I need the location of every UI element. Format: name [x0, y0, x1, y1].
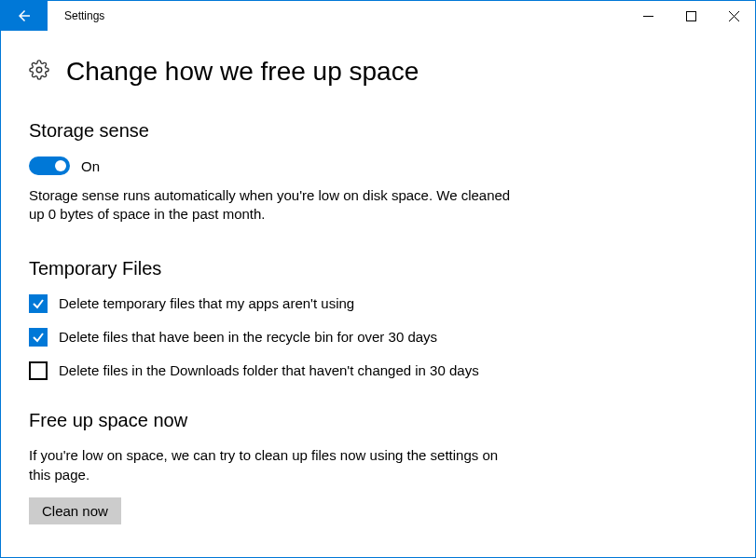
minimize-button[interactable]: [626, 1, 669, 31]
storage-sense-toggle-label: On: [81, 158, 100, 174]
free-up-description: If you're low on space, we can try to cl…: [29, 446, 514, 484]
back-arrow-icon: [16, 7, 33, 24]
back-button[interactable]: [1, 1, 48, 31]
maximize-button[interactable]: [669, 1, 712, 31]
close-icon: [729, 11, 739, 21]
toggle-knob: [55, 160, 66, 171]
checkbox-label[interactable]: Delete files that have been in the recyc…: [59, 328, 437, 347]
checkbox-label[interactable]: Delete temporary files that my apps aren…: [59, 294, 354, 313]
window-title: Settings: [64, 9, 104, 22]
checkbox-delete-temp-files[interactable]: [29, 294, 48, 313]
maximize-icon: [686, 11, 696, 21]
temp-files-option-1: Delete files that have been in the recyc…: [29, 328, 551, 347]
page-header: Change how we free up space: [29, 57, 727, 87]
temp-files-option-2: Delete files in the Downloads folder tha…: [29, 361, 551, 380]
svg-rect-1: [686, 11, 695, 20]
minimize-icon: [643, 11, 653, 21]
temp-files-option-0: Delete temporary files that my apps aren…: [29, 294, 551, 313]
storage-sense-description: Storage sense runs automatically when yo…: [29, 186, 514, 225]
window-controls: [626, 1, 755, 31]
temporary-files-section: Temporary Files Delete temporary files t…: [29, 258, 727, 381]
checkbox-label[interactable]: Delete files in the Downloads folder tha…: [59, 361, 479, 380]
storage-sense-heading: Storage sense: [29, 120, 727, 142]
close-button[interactable]: [712, 1, 755, 31]
storage-sense-toggle-row: On: [29, 157, 727, 175]
content-area: Change how we free up space Storage sens…: [1, 31, 755, 552]
checkbox-delete-recycle-bin[interactable]: [29, 328, 48, 347]
clean-now-button[interactable]: Clean now: [29, 497, 121, 524]
storage-sense-toggle[interactable]: [29, 157, 70, 175]
titlebar: Settings: [1, 1, 755, 31]
page-title: Change how we free up space: [66, 57, 419, 87]
svg-point-4: [36, 67, 42, 73]
checkbox-delete-downloads[interactable]: [29, 361, 48, 380]
free-up-heading: Free up space now: [29, 410, 727, 431]
gear-icon: [29, 60, 49, 84]
temporary-files-heading: Temporary Files: [29, 258, 727, 279]
